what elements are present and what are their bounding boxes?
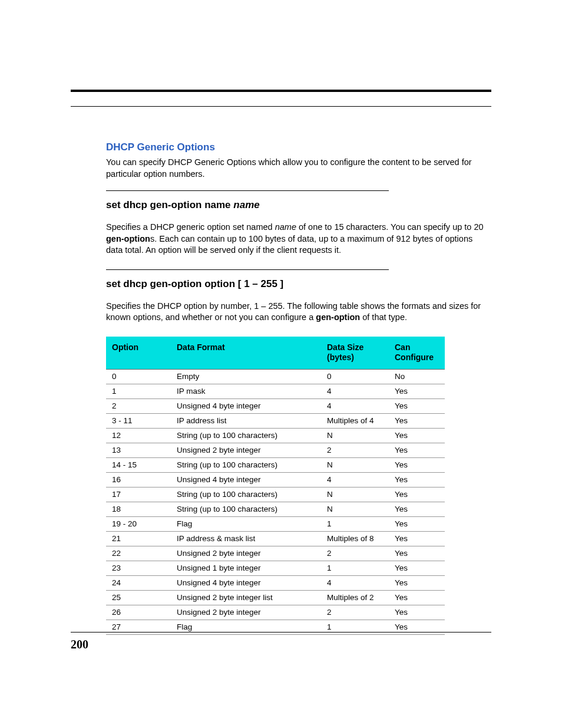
cell-option: 12 — [106, 428, 171, 443]
cell-format: String (up to 100 characters) — [171, 457, 321, 472]
command-heading-1: set dhcp gen-option name name — [106, 199, 491, 211]
cell-option: 2 — [106, 398, 171, 413]
cell-option: 1 — [106, 384, 171, 398]
divider-rule — [106, 269, 389, 270]
cell-format: String (up to 100 characters) — [171, 428, 321, 443]
cell-size: 2 — [321, 546, 389, 561]
cell-conf: Yes — [389, 605, 445, 620]
cell-size: Multiples of 4 — [321, 413, 389, 428]
table-row: 21IP address & mask listMultiples of 8Ye… — [106, 531, 445, 546]
cell-option: 22 — [106, 546, 171, 561]
cell-option: 0 — [106, 369, 171, 384]
command-heading-2: set dhcp gen-option option [ 1 – 255 ] — [106, 278, 491, 290]
cell-format: Empty — [171, 369, 321, 384]
cell-conf: Yes — [389, 575, 445, 590]
cell-format: Unsigned 2 byte integer — [171, 605, 321, 620]
table-row: 23Unsigned 1 byte integer1Yes — [106, 561, 445, 575]
cmd2-desc-bold: gen-option — [316, 312, 360, 322]
cell-size: Multiples of 2 — [321, 590, 389, 605]
th-size-l2: (bytes) — [327, 353, 354, 362]
cell-size: N — [321, 457, 389, 472]
cell-size: 4 — [321, 384, 389, 398]
cell-conf: Yes — [389, 561, 445, 575]
th-size: Data Size (bytes) — [321, 337, 389, 370]
table-row: 16Unsigned 4 byte integer4Yes — [106, 472, 445, 487]
table-row: 0Empty0No — [106, 369, 445, 384]
cell-option: 18 — [106, 502, 171, 516]
command-heading-1-prefix: set dhcp gen-option name — [106, 199, 233, 210]
table-row: 14 - 15String (up to 100 characters)NYes — [106, 457, 445, 472]
cell-conf: Yes — [389, 590, 445, 605]
th-conf-l2: Configure — [395, 353, 434, 362]
page-content: DHCP Generic Options You can specify DHC… — [0, 0, 562, 635]
cell-format: Flag — [171, 516, 321, 531]
cell-size: 2 — [321, 443, 389, 457]
th-option: Option — [106, 337, 171, 370]
table-row: 2Unsigned 4 byte integer4Yes — [106, 398, 445, 413]
table-row: 1IP mask4Yes — [106, 384, 445, 398]
options-table: Option Data Format Data Size (bytes) Can… — [106, 337, 445, 635]
cell-option: 24 — [106, 575, 171, 590]
cell-option: 26 — [106, 605, 171, 620]
cell-conf: Yes — [389, 443, 445, 457]
cell-format: Unsigned 2 byte integer list — [171, 590, 321, 605]
section-description: You can specify DHCP Generic Options whi… — [106, 157, 491, 180]
cell-conf: Yes — [389, 472, 445, 487]
cell-format: Unsigned 4 byte integer — [171, 575, 321, 590]
cell-format: Unsigned 2 byte integer — [171, 443, 321, 457]
cell-conf: Yes — [389, 502, 445, 516]
cell-option: 19 - 20 — [106, 516, 171, 531]
cell-format: Unsigned 1 byte integer — [171, 561, 321, 575]
cmd1-desc-bold: gen-option — [106, 234, 150, 243]
table-row: 12String (up to 100 characters)NYes — [106, 428, 445, 443]
cell-option: 3 - 11 — [106, 413, 171, 428]
command-heading-1-param: name — [233, 199, 259, 210]
cell-size: N — [321, 502, 389, 516]
th-size-l1: Data Size — [327, 342, 363, 352]
cell-format: IP mask — [171, 384, 321, 398]
cmd1-desc-part2: of one to 15 characters. You can specify… — [296, 222, 484, 232]
cmd1-desc-part1: Specifies a DHCP generic option set name… — [106, 222, 275, 232]
cell-format: IP address & mask list — [171, 531, 321, 546]
cell-conf: Yes — [389, 413, 445, 428]
cmd1-desc-part3: s. Each can contain up to 100 bytes of d… — [106, 234, 472, 255]
divider-rule — [106, 190, 389, 191]
cell-conf: Yes — [389, 428, 445, 443]
table-row: 17String (up to 100 characters)NYes — [106, 487, 445, 502]
section-title: DHCP Generic Options — [106, 141, 491, 153]
cell-size: 4 — [321, 472, 389, 487]
bottom-rule — [71, 632, 491, 633]
cell-size: N — [321, 487, 389, 502]
table-row: 19 - 20Flag1Yes — [106, 516, 445, 531]
cell-conf: Yes — [389, 531, 445, 546]
cell-size: 1 — [321, 516, 389, 531]
cell-conf: No — [389, 369, 445, 384]
table-row: 26Unsigned 2 byte integer2Yes — [106, 605, 445, 620]
cell-option: 14 - 15 — [106, 457, 171, 472]
cell-conf: Yes — [389, 384, 445, 398]
cell-size: Multiples of 8 — [321, 531, 389, 546]
table-row: 13Unsigned 2 byte integer2Yes — [106, 443, 445, 457]
cell-format: Unsigned 2 byte integer — [171, 546, 321, 561]
cell-format: Unsigned 4 byte integer — [171, 472, 321, 487]
cell-conf: Yes — [389, 487, 445, 502]
top-rule-thin — [71, 106, 491, 107]
table-row: 25Unsigned 2 byte integer listMultiples … — [106, 590, 445, 605]
cell-option: 23 — [106, 561, 171, 575]
cell-format: Unsigned 4 byte integer — [171, 398, 321, 413]
cell-size: 0 — [321, 369, 389, 384]
table-header-row: Option Data Format Data Size (bytes) Can… — [106, 337, 445, 370]
cmd2-desc-part1: Specifies the DHCP option by number, 1 –… — [106, 301, 481, 322]
cmd1-desc-ital: name — [275, 222, 296, 232]
table-row: 22Unsigned 2 byte integer2Yes — [106, 546, 445, 561]
cell-option: 16 — [106, 472, 171, 487]
cell-conf: Yes — [389, 457, 445, 472]
command-description-1: Specifies a DHCP generic option set name… — [106, 222, 491, 256]
th-format: Data Format — [171, 337, 321, 370]
cell-option: 17 — [106, 487, 171, 502]
cell-size: N — [321, 428, 389, 443]
cell-size: 1 — [321, 561, 389, 575]
cell-conf: Yes — [389, 546, 445, 561]
cell-option: 13 — [106, 443, 171, 457]
cell-format: String (up to 100 characters) — [171, 487, 321, 502]
